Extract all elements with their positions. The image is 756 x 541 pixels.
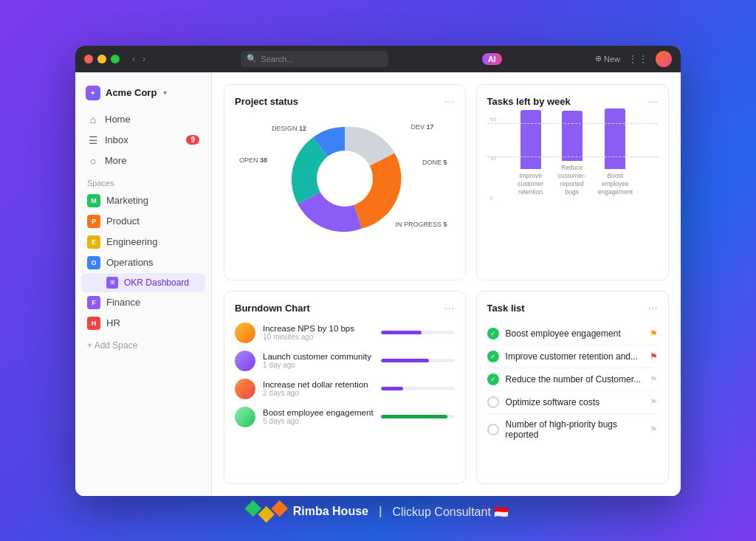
search-bar[interactable]: 🔍 Search... — [241, 51, 388, 67]
search-icon: 🔍 — [247, 54, 257, 63]
space-label-marketing: Marketing — [106, 195, 148, 206]
minimize-button[interactable] — [97, 55, 106, 63]
bar-chart-inner: 0 30 60 Improve customerretention — [487, 116, 658, 219]
bar-boost-engagement — [605, 108, 625, 169]
space-dot-finance: F — [87, 296, 100, 309]
tasks-by-week-menu[interactable]: ··· — [648, 95, 658, 108]
ai-button[interactable]: AI — [482, 53, 502, 65]
task-list-menu[interactable]: ··· — [648, 302, 658, 315]
burndown-avatar-2 — [235, 351, 255, 371]
sidebar-nav: ⌂ Home ☰ Inbox 9 ○ More — [75, 109, 211, 171]
sidebar-item-inbox[interactable]: ☰ Inbox 9 — [81, 130, 205, 151]
burndown-name-2: Launch customer community — [263, 352, 374, 361]
burndown-name-1: Increase NPS by 10 bps — [263, 324, 374, 333]
task-item-1[interactable]: ✓ Boost employee engagement ⚑ — [487, 323, 658, 345]
okr-dashboard-icon: ⊞ — [106, 277, 118, 289]
project-status-menu[interactable]: ··· — [444, 95, 454, 108]
task-name-1: Boost employee engagement — [506, 328, 643, 339]
sidebar-item-more-label: More — [105, 155, 127, 166]
burndown-bar-4 — [381, 415, 455, 418]
task-list: ✓ Boost employee engagement ⚑ ✓ Improve … — [487, 323, 658, 445]
y-axis: 0 30 60 — [487, 116, 500, 201]
sidebar-item-inbox-label: Inbox — [105, 134, 128, 145]
space-dot-hr: H — [87, 317, 100, 330]
burndown-bar-fill-2 — [381, 359, 429, 362]
task-list-header: Task list ··· — [487, 302, 658, 315]
pie-label-open: OPEN 38 — [239, 156, 267, 164]
task-name-3: Reduce the number of Customer... — [506, 374, 643, 385]
more-icon: ○ — [87, 155, 99, 167]
inbox-icon: ☰ — [87, 134, 99, 146]
burndown-avatar-1 — [235, 323, 255, 343]
task-flag-2: ⚑ — [650, 351, 658, 362]
bar-chart: 0 30 60 Improve customerretention — [487, 116, 658, 269]
tasks-by-week-card: Tasks left by week ··· 0 30 60 — [476, 84, 669, 280]
space-dot-marketing: M — [87, 194, 100, 207]
burndown-bar-fill-1 — [381, 331, 422, 334]
bar-label-3: Boost employeeengagement — [598, 172, 633, 196]
burndown-bar-fill-3 — [381, 387, 403, 390]
bar-label-1: Improve customerretention — [515, 172, 546, 196]
workspace-icon: ✦ — [86, 86, 100, 100]
grid-icon[interactable]: ⋮⋮ — [628, 53, 648, 65]
task-list-title: Task list — [487, 303, 525, 314]
project-status-card: Project status ··· — [224, 84, 466, 280]
space-label-engineering: Engineering — [106, 236, 157, 247]
burndown-item-4: Boost employee engagement 5 days ago — [235, 407, 455, 427]
sidebar-item-product[interactable]: P Product — [81, 211, 205, 232]
pie-label-design: DESIGN 12 — [272, 125, 306, 132]
sidebar-item-hr[interactable]: H HR — [81, 313, 205, 334]
burndown-time-3: 2 days ago — [263, 389, 374, 397]
diamond-logo — [247, 503, 286, 520]
add-space-label: + Add Space — [87, 340, 137, 351]
sidebar-item-home[interactable]: ⌂ Home — [81, 109, 205, 130]
task-check-4 — [487, 396, 499, 408]
dashboard: Project status ··· — [212, 72, 681, 496]
avatar[interactable] — [656, 51, 672, 67]
forward-arrow[interactable]: › — [140, 54, 148, 64]
burndown-info-2: Launch customer community 1 day ago — [263, 352, 374, 369]
sidebar-item-okr-dashboard[interactable]: ⊞ OKR Dashboard — [81, 273, 205, 292]
y-label-60: 60 — [490, 116, 497, 123]
brand-sub: Clickup Consultant 🇮🇩 — [392, 505, 509, 519]
sidebar-item-finance[interactable]: F Finance — [81, 292, 205, 313]
task-flag-5: ⚑ — [650, 424, 658, 435]
task-item-4[interactable]: Optimize software costs ⚑ — [487, 391, 658, 414]
task-item-3[interactable]: ✓ Reduce the number of Customer... ⚑ — [487, 368, 658, 391]
main-content: ✦ Acme Corp ▾ ⌂ Home ☰ Inbox 9 ○ More — [75, 72, 681, 496]
grid-line-60 — [487, 123, 658, 124]
burndown-bar-fill-4 — [381, 415, 447, 418]
task-list-card: Task list ··· ✓ Boost employee engagemen… — [476, 291, 669, 484]
burndown-avatar-4 — [235, 407, 255, 427]
sidebar-item-okr-label: OKR Dashboard — [124, 278, 189, 288]
maximize-button[interactable] — [111, 55, 120, 63]
workspace-selector[interactable]: ✦ Acme Corp ▾ — [75, 81, 211, 109]
task-item-5[interactable]: Number of high-priority bugs reported ⚑ — [487, 414, 658, 445]
task-item-2[interactable]: ✓ Improve customer retention and... ⚑ — [487, 345, 658, 368]
back-arrow[interactable]: ‹ — [130, 54, 137, 64]
task-check-5 — [487, 424, 499, 435]
burndown-avatar-3 — [235, 379, 255, 399]
new-button[interactable]: ⊕ New — [595, 54, 620, 63]
sidebar-item-marketing[interactable]: M Marketing — [81, 190, 205, 211]
bar-group-3: Boost employeeengagement — [598, 108, 633, 196]
sidebar-item-operations[interactable]: O Operations — [81, 252, 205, 273]
space-label-finance: Finance — [106, 297, 140, 308]
sidebar-item-more[interactable]: ○ More — [81, 151, 205, 171]
task-check-3: ✓ — [487, 373, 499, 385]
task-flag-1: ⚑ — [650, 328, 658, 339]
brand-name: Rimba House — [293, 505, 368, 518]
burndown-bar-2 — [381, 359, 455, 362]
bar-reduce-bugs — [562, 111, 583, 161]
add-space-button[interactable]: + Add Space — [75, 337, 211, 354]
burndown-name-4: Boost employee engagement — [263, 408, 374, 417]
pie-label-in-progress: IN PROGRESS 5 — [396, 221, 447, 228]
task-name-4: Optimize software costs — [506, 397, 643, 407]
sidebar-item-engineering[interactable]: E Engineering — [81, 232, 205, 252]
burndown-time-1: 10 minutes ago — [263, 333, 374, 341]
close-button[interactable] — [84, 55, 93, 63]
burndown-time-4: 5 days ago — [263, 417, 374, 425]
pie-chart: DESIGN 12 DEV 17 DONE 5 IN PROGRESS 5 OP — [235, 116, 455, 241]
space-dot-engineering: E — [87, 235, 100, 249]
burndown-menu[interactable]: ··· — [444, 302, 454, 315]
